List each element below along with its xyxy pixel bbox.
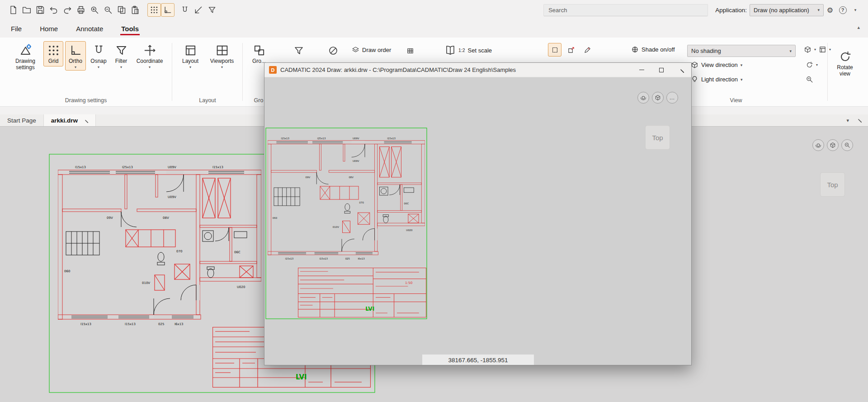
shade-toggle-button[interactable]: Shade on/off (631, 46, 675, 53)
viewports-icon (216, 44, 229, 57)
tab-file[interactable]: File (10, 21, 23, 37)
layout-button[interactable]: Layout ▾ (177, 41, 203, 71)
grid-icon (47, 44, 60, 57)
close-document-icon[interactable] (856, 117, 862, 124)
grid-button[interactable]: Grid (43, 41, 63, 66)
doc-tab-start-page[interactable]: Start Page (0, 114, 44, 126)
maximize-icon (659, 68, 664, 72)
clip-box-button[interactable] (548, 43, 561, 57)
chevron-down-icon: ▾ (789, 49, 792, 53)
application-dropdown-value: Draw (no application) (754, 7, 809, 14)
box-select-button[interactable] (564, 43, 578, 57)
sketch-button[interactable] (580, 43, 594, 57)
search-input[interactable] (543, 4, 708, 16)
window-title: CADMATIC 2024 Draw: arkki.drw - C:\Progr… (280, 66, 628, 73)
view-cube-tool-button[interactable] (652, 92, 664, 104)
rotate-view-icon (839, 50, 852, 63)
filter-tool-button[interactable] (292, 44, 306, 57)
chevron-down-icon: ▾ (75, 66, 76, 69)
osnap-toggle-button[interactable] (178, 3, 192, 17)
coordinate-button[interactable]: Coordinate ▾ (133, 41, 166, 71)
undo-button[interactable] (47, 3, 61, 17)
magnifier-icon (806, 76, 813, 83)
help-button[interactable]: ? (836, 4, 849, 16)
filter-toggle-button[interactable] (205, 3, 219, 17)
minimize-button[interactable] (632, 63, 651, 77)
drawing-settings-button[interactable]: Drawing settings (10, 41, 41, 73)
view-orientation-badge[interactable]: Top (645, 125, 670, 150)
ortho-button[interactable]: Ortho ▾ (65, 41, 86, 71)
orbit-tool-button[interactable] (812, 139, 824, 151)
cube-icon (691, 61, 698, 69)
chevron-down-icon[interactable]: ▾ (829, 48, 831, 51)
view-cube-tool-button[interactable] (827, 139, 839, 151)
group-label-layout: Layout (177, 97, 238, 104)
more-tools-button[interactable]: … (666, 92, 678, 104)
save-button[interactable] (33, 3, 47, 17)
settings-gear-button[interactable]: ⚙ (824, 4, 836, 16)
close-tab-icon[interactable] (83, 118, 88, 123)
view-cube-icon[interactable] (804, 46, 811, 53)
ribbon-divider (827, 43, 828, 101)
ortho-toggle-button[interactable] (161, 3, 175, 17)
funnel-icon (293, 45, 304, 56)
scale-prefix: 1:2 (458, 47, 465, 53)
rotate-icon (806, 61, 813, 69)
orbit-tool-button[interactable] (637, 92, 649, 104)
group-objects-icon (253, 44, 266, 57)
titlebar-more-button[interactable]: ▾ (849, 4, 862, 16)
light-direction-button[interactable]: Light direction ▾ (691, 76, 742, 83)
drawing-settings-icon (19, 44, 32, 57)
drawing-sheet (265, 128, 427, 319)
window-title-bar[interactable]: D CADMATIC 2024 Draw: arkki.drw - C:\Pro… (264, 63, 691, 77)
filter-button[interactable]: Filter ▾ (111, 41, 131, 71)
pencil-icon (584, 46, 591, 54)
view-direction-button[interactable]: View direction ▾ (691, 61, 742, 69)
tab-list-chevron-icon[interactable]: ▾ (846, 118, 849, 123)
viewports-button[interactable]: Viewports ▾ (206, 41, 238, 71)
view-orientation-badge[interactable]: Top (820, 172, 845, 197)
maximize-button[interactable] (651, 63, 671, 77)
close-button[interactable] (671, 63, 691, 77)
doc-tab-arkki[interactable]: arkki.drw (44, 114, 96, 126)
circle-tool-button[interactable] (326, 44, 340, 57)
grid-toggle-button[interactable] (147, 3, 161, 17)
circle-slash-icon (328, 45, 339, 56)
gear-icon: ⚙ (827, 6, 833, 14)
application-label: Application: (715, 7, 747, 14)
shading-select[interactable]: No shading ▾ (687, 45, 796, 57)
table-grid-button[interactable] (403, 44, 417, 57)
print-button[interactable] (74, 3, 88, 17)
zoom-tool-circle-button[interactable] (841, 139, 853, 151)
tab-tools[interactable]: Tools (120, 21, 140, 37)
shade-sphere-icon (631, 46, 639, 53)
zoom-tool-button[interactable] (806, 76, 813, 83)
application-dropdown[interactable]: Draw (no application) ▾ (750, 4, 824, 16)
rotate-view-button[interactable]: Rotate view (832, 47, 858, 79)
osnap-button[interactable]: Osnap ▾ (88, 41, 109, 71)
chevron-down-icon[interactable]: ▾ (814, 48, 816, 51)
window-drawing-canvas[interactable]: … Top 38167.665, -1855.951 (264, 77, 691, 365)
rotate-options-button[interactable]: ▾ (806, 61, 818, 69)
slope-button[interactable] (192, 3, 205, 17)
tab-home[interactable]: Home (39, 21, 59, 37)
draw-order-button[interactable]: Draw order (352, 46, 391, 54)
coordinate-axes-icon (143, 44, 156, 57)
zoom-in-button[interactable] (88, 3, 101, 17)
tab-annotate[interactable]: Annotate (75, 21, 104, 37)
ortho-icon (69, 44, 82, 57)
paste-button[interactable] (128, 3, 142, 17)
ribbon-tab-bar: File Home Annotate Tools ▴ (0, 20, 868, 38)
open-file-button[interactable] (20, 3, 33, 17)
set-scale-button[interactable]: 1:2 Set scale (445, 45, 492, 56)
chevron-down-icon: ▾ (741, 77, 743, 82)
collapse-ribbon-icon[interactable]: ▴ (857, 24, 860, 30)
projection-icon[interactable] (819, 46, 826, 53)
copy-button[interactable] (115, 3, 128, 17)
draw-order-icon (352, 46, 359, 54)
new-file-button[interactable] (6, 3, 20, 17)
ellipsis-icon: … (670, 96, 675, 99)
osnap-magnet-icon (92, 44, 105, 57)
zoom-out-button[interactable] (101, 3, 115, 17)
redo-button[interactable] (61, 3, 74, 17)
